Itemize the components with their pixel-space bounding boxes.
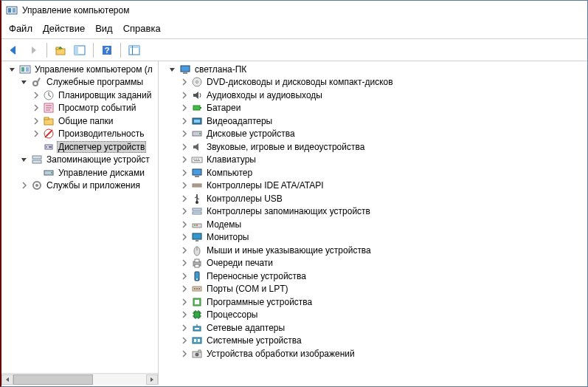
expand-icon[interactable]	[180, 117, 189, 126]
expand-icon[interactable]	[180, 233, 189, 242]
tree-row[interactable]: Устройства обработки изображений	[159, 347, 587, 360]
tree-row[interactable]: Общие папки	[1, 114, 158, 128]
collapse-icon[interactable]	[8, 65, 17, 74]
scroll-thumb[interactable]	[13, 374, 93, 385]
svg-rect-51	[195, 176, 199, 177]
expand-icon[interactable]	[180, 168, 189, 177]
svg-rect-1	[8, 8, 11, 13]
expand-icon[interactable]	[180, 78, 189, 86]
device-icon	[43, 141, 55, 153]
tree-row[interactable]: Процессоры	[159, 309, 587, 322]
scroll-track[interactable]	[13, 374, 146, 385]
expand-icon[interactable]	[180, 310, 189, 319]
tree-row[interactable]: Мониторы	[159, 231, 587, 244]
expand-icon[interactable]	[180, 220, 189, 229]
expand-icon[interactable]	[32, 117, 41, 126]
up-folder-button[interactable]	[52, 42, 69, 58]
expand-icon[interactable]	[180, 272, 189, 281]
mmc-icon	[19, 64, 31, 75]
expand-icon[interactable]	[180, 323, 189, 332]
tree-row[interactable]: Порты (COM и LPT)	[159, 283, 587, 296]
tree-row[interactable]: Контроллеры IDE ATA/ATAPI	[159, 179, 587, 193]
tree-row[interactable]: Управление компьютером (л	[1, 63, 158, 76]
tree-row[interactable]: Программные устройства	[159, 295, 587, 309]
tree-row[interactable]: Компьютер	[159, 166, 587, 179]
expand-icon[interactable]	[32, 129, 41, 138]
tree-row[interactable]: Контроллеры USB	[159, 192, 587, 205]
imaging-icon	[191, 348, 203, 360]
tree-row[interactable]: Звуковые, игровые и видеоустройства	[159, 140, 587, 154]
expand-icon[interactable]	[180, 336, 189, 345]
tree-row[interactable]: Очереди печати	[159, 257, 587, 270]
expand-icon[interactable]	[20, 181, 29, 190]
expand-icon[interactable]	[180, 258, 189, 267]
help-button[interactable]: ?	[99, 42, 115, 58]
menu-action[interactable]: Действие	[43, 23, 85, 34]
collapse-icon[interactable]	[20, 78, 29, 86]
toolbar-separator	[120, 43, 121, 58]
show-hide-tree-button[interactable]	[72, 42, 88, 58]
tree-row[interactable]: Системные устройства	[159, 335, 587, 348]
expand-icon[interactable]	[180, 284, 189, 293]
svg-rect-30	[32, 160, 41, 163]
tree-row[interactable]: Батареи	[159, 102, 587, 115]
expand-icon[interactable]	[180, 298, 189, 306]
tree-row[interactable]: Аудиовходы и аудиовыходы	[159, 89, 587, 102]
toolbar-separator	[46, 43, 47, 58]
svg-rect-74	[195, 300, 199, 304]
tree-label: Звуковые, игровые и видеоустройства	[205, 142, 366, 152]
tree-row[interactable]: светлана-ПК	[159, 63, 587, 76]
expand-icon[interactable]	[180, 129, 189, 138]
tree-row[interactable]: Клавиатуры	[159, 154, 587, 167]
expand-icon[interactable]	[180, 91, 189, 100]
expand-icon[interactable]	[180, 143, 189, 151]
tree-row[interactable]: Контроллеры запоминающих устройств	[159, 205, 587, 219]
events-icon	[43, 102, 55, 114]
menu-help[interactable]: Справка	[123, 23, 161, 34]
expand-icon[interactable]	[32, 103, 41, 112]
tree-row[interactable]: Службы и приложения	[1, 179, 158, 193]
console-tree[interactable]: Управление компьютером (лСлужебные прогр…	[1, 61, 159, 385]
tree-row[interactable]: Диспетчер устройств	[1, 140, 158, 154]
tree-row[interactable]: Производительность	[1, 128, 158, 141]
tree-row[interactable]: DVD-дисководы и дисководы компакт-дисков	[159, 76, 587, 89]
tree-label: Переносные устройства	[205, 271, 308, 281]
collapse-icon[interactable]	[20, 155, 29, 164]
expand-icon[interactable]	[180, 207, 189, 216]
scroll-left-arrow[interactable]	[1, 374, 13, 385]
svg-rect-35	[181, 66, 190, 72]
tree-row[interactable]: Сетевые адаптеры	[159, 321, 587, 335]
expand-icon[interactable]	[180, 349, 189, 358]
tree-row[interactable]: Переносные устройства	[159, 270, 587, 283]
scroll-right-arrow[interactable]	[146, 374, 158, 385]
menu-file[interactable]: Файл	[9, 23, 32, 34]
expand-icon[interactable]	[32, 91, 41, 100]
svg-rect-14	[26, 67, 29, 72]
tree-row[interactable]: Дисковые устройства	[159, 128, 587, 141]
expand-icon[interactable]	[180, 103, 189, 112]
svg-rect-92	[198, 350, 201, 352]
tree-row[interactable]: Управление дисками	[1, 166, 158, 179]
tree-row[interactable]: Модемы	[159, 218, 587, 231]
horizontal-scrollbar[interactable]	[1, 373, 158, 385]
svg-rect-11	[132, 46, 133, 55]
tree-row[interactable]: Запоминающие устройст	[1, 154, 158, 167]
view-options-button[interactable]	[126, 42, 142, 58]
collapse-icon[interactable]	[168, 65, 177, 74]
tree-row[interactable]: Планировщик заданий	[1, 89, 158, 102]
expand-icon[interactable]	[180, 246, 189, 255]
tree-label: Системные устройства	[205, 335, 303, 346]
back-button[interactable]	[6, 42, 22, 58]
forward-button[interactable]	[25, 42, 41, 58]
tree-row[interactable]: Мыши и иные указывающие устройства	[159, 244, 587, 257]
device-manager[interactable]: светлана-ПКDVD-дисководы и дисководы ком…	[159, 61, 587, 385]
tree-label: Устройства обработки изображений	[205, 349, 356, 359]
tree-row[interactable]: Служебные программы	[1, 76, 158, 89]
menu-view[interactable]: Вид	[95, 23, 113, 34]
tree-row[interactable]: Видеоадаптеры	[159, 114, 587, 128]
expand-icon[interactable]	[180, 155, 189, 164]
tree-row[interactable]: Просмотр событий	[1, 102, 158, 115]
expand-icon[interactable]	[180, 181, 189, 190]
tree-label: Порты (COM и LPT)	[205, 284, 290, 294]
expand-icon[interactable]	[180, 194, 189, 203]
